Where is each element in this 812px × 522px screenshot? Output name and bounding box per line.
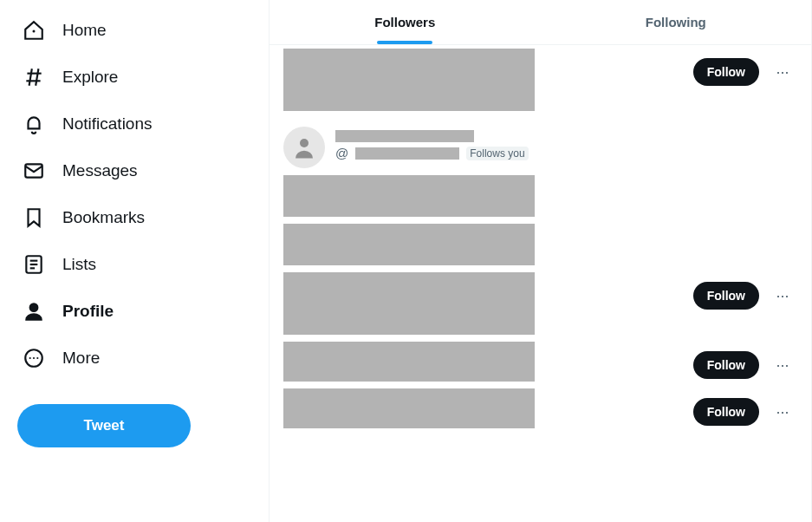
nav-explore[interactable]: Explore <box>10 55 258 99</box>
avatar-placeholder-icon <box>291 134 317 160</box>
nav-label: Lists <box>62 255 96 275</box>
tab-following[interactable]: Following <box>541 0 812 44</box>
nav-profile[interactable]: Profile <box>10 290 258 333</box>
nav-messages[interactable]: Messages <box>10 149 258 192</box>
svg-line-3 <box>29 69 32 86</box>
more-options-button[interactable]: ··· <box>768 281 797 310</box>
nav-more[interactable]: More <box>10 336 258 380</box>
follow-button[interactable]: Follow <box>693 351 759 379</box>
follower-row: Follow ··· <box>270 342 811 382</box>
handle-redacted <box>355 147 459 160</box>
handle-prefix: @ <box>335 146 348 160</box>
bio-redacted <box>283 272 535 335</box>
tweet-button[interactable]: Tweet <box>17 404 191 447</box>
svg-point-10 <box>30 303 38 311</box>
profile-icon <box>23 300 45 323</box>
avatar[interactable] <box>283 127 325 168</box>
more-options-button[interactable]: ··· <box>768 350 797 380</box>
hash-icon <box>23 66 45 88</box>
follows-you-badge: Follows you <box>466 147 528 160</box>
nav-lists[interactable]: Lists <box>10 243 258 286</box>
svg-point-14 <box>36 357 38 359</box>
bio-redacted <box>283 49 535 111</box>
follower-row: Follow ··· <box>270 272 811 335</box>
main-column: Followers Following Follow ··· <box>269 0 812 522</box>
tab-followers[interactable]: Followers <box>270 0 541 44</box>
follow-button[interactable]: Follow <box>693 398 759 426</box>
follower-row: Follow ··· <box>270 388 811 428</box>
bio-redacted <box>283 175 535 217</box>
bio-redacted <box>283 342 535 382</box>
svg-point-0 <box>32 30 35 33</box>
nav-label: Explore <box>62 68 118 88</box>
nav-label: Notifications <box>62 114 153 134</box>
svg-point-13 <box>33 357 35 359</box>
display-name-redacted <box>335 130 474 142</box>
nav-label: Messages <box>62 161 138 181</box>
bookmark-icon <box>23 206 45 229</box>
bio-redacted <box>283 388 535 428</box>
envelope-icon <box>23 160 45 182</box>
more-options-button[interactable]: ··· <box>768 397 797 427</box>
nav-label: Profile <box>62 302 114 322</box>
more-options-button[interactable]: ··· <box>768 57 797 87</box>
svg-point-12 <box>29 357 31 359</box>
follower-row: Follow ··· <box>270 49 811 111</box>
nav-label: More <box>62 349 100 369</box>
home-icon <box>23 19 45 42</box>
follower-row: @ Follows you <box>270 118 811 217</box>
follow-button[interactable]: Follow <box>693 58 759 86</box>
nav-label: Bookmarks <box>62 208 145 228</box>
list-icon <box>23 253 45 276</box>
follow-button[interactable]: Follow <box>693 282 759 310</box>
svg-line-4 <box>36 69 38 86</box>
svg-point-15 <box>300 139 309 147</box>
nav-home[interactable]: Home <box>10 9 258 52</box>
more-circle-icon <box>23 347 45 369</box>
nav-bookmarks[interactable]: Bookmarks <box>10 196 258 239</box>
nav-notifications[interactable]: Notifications <box>10 102 258 146</box>
tabs: Followers Following <box>270 0 811 45</box>
nav-label: Home <box>62 21 107 41</box>
bio-redacted <box>283 224 535 265</box>
bell-icon <box>23 113 45 135</box>
followers-feed: Follow ··· @ Follows you <box>270 49 811 428</box>
follower-row <box>270 224 811 265</box>
sidebar: Home Explore Notifications Messages Book… <box>0 0 269 522</box>
